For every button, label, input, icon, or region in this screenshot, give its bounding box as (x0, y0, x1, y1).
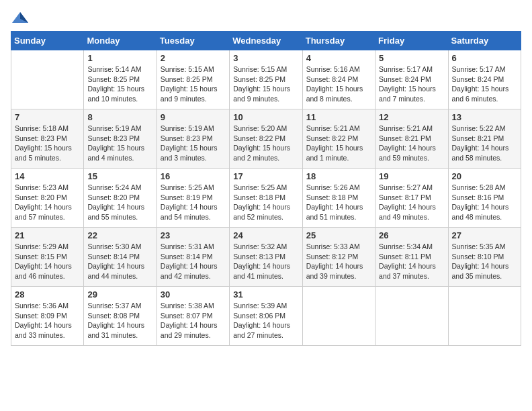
calendar-cell: 26Sunrise: 5:34 AM Sunset: 8:11 PM Dayli… (375, 228, 448, 287)
day-info: Sunrise: 5:32 AM Sunset: 8:13 PM Dayligh… (233, 242, 298, 281)
calendar-cell: 19Sunrise: 5:27 AM Sunset: 8:17 PM Dayli… (375, 169, 448, 228)
day-info: Sunrise: 5:24 AM Sunset: 8:20 PM Dayligh… (87, 183, 152, 222)
calendar-cell: 20Sunrise: 5:28 AM Sunset: 8:16 PM Dayli… (448, 169, 521, 228)
day-info: Sunrise: 5:29 AM Sunset: 8:15 PM Dayligh… (15, 242, 80, 281)
day-number: 27 (452, 230, 517, 240)
calendar-cell: 27Sunrise: 5:35 AM Sunset: 8:10 PM Dayli… (448, 228, 521, 287)
day-number: 13 (452, 112, 517, 122)
day-number: 10 (233, 112, 298, 122)
page-header (11, 11, 521, 26)
header-day-saturday: Saturday (448, 32, 521, 50)
day-info: Sunrise: 5:28 AM Sunset: 8:16 PM Dayligh… (452, 183, 517, 222)
day-number: 17 (233, 171, 298, 181)
day-number: 5 (379, 53, 444, 63)
day-number: 8 (87, 112, 152, 122)
day-info: Sunrise: 5:31 AM Sunset: 8:14 PM Dayligh… (161, 242, 226, 281)
calendar-cell: 30Sunrise: 5:38 AM Sunset: 8:07 PM Dayli… (157, 287, 229, 346)
day-info: Sunrise: 5:35 AM Sunset: 8:10 PM Dayligh… (452, 242, 517, 281)
calendar-cell: 16Sunrise: 5:25 AM Sunset: 8:19 PM Dayli… (157, 169, 229, 228)
day-info: Sunrise: 5:25 AM Sunset: 8:19 PM Dayligh… (161, 183, 226, 222)
calendar-cell (302, 287, 375, 346)
day-number: 6 (452, 53, 517, 63)
header-day-monday: Monday (84, 32, 157, 50)
week-row-4: 21Sunrise: 5:29 AM Sunset: 8:15 PM Dayli… (11, 228, 521, 287)
day-info: Sunrise: 5:21 AM Sunset: 8:22 PM Dayligh… (306, 124, 371, 163)
week-row-2: 7Sunrise: 5:18 AM Sunset: 8:23 PM Daylig… (11, 109, 521, 169)
calendar-cell: 9Sunrise: 5:19 AM Sunset: 8:23 PM Daylig… (157, 109, 229, 169)
calendar-cell: 4Sunrise: 5:16 AM Sunset: 8:24 PM Daylig… (302, 50, 375, 109)
calendar-cell: 11Sunrise: 5:21 AM Sunset: 8:22 PM Dayli… (302, 109, 375, 169)
day-info: Sunrise: 5:33 AM Sunset: 8:12 PM Dayligh… (306, 242, 371, 281)
day-number: 28 (15, 289, 80, 300)
logo-icon (11, 11, 30, 26)
day-number: 23 (161, 230, 226, 240)
calendar-cell: 1Sunrise: 5:14 AM Sunset: 8:25 PM Daylig… (84, 50, 157, 109)
calendar-cell (448, 287, 521, 346)
week-row-3: 14Sunrise: 5:23 AM Sunset: 8:20 PM Dayli… (11, 169, 521, 228)
day-info: Sunrise: 5:34 AM Sunset: 8:11 PM Dayligh… (379, 242, 444, 281)
day-info: Sunrise: 5:19 AM Sunset: 8:23 PM Dayligh… (161, 124, 226, 163)
day-info: Sunrise: 5:14 AM Sunset: 8:25 PM Dayligh… (87, 64, 152, 104)
calendar-cell: 3Sunrise: 5:15 AM Sunset: 8:25 PM Daylig… (230, 50, 302, 109)
day-info: Sunrise: 5:38 AM Sunset: 8:07 PM Dayligh… (161, 301, 226, 340)
calendar-cell: 17Sunrise: 5:25 AM Sunset: 8:18 PM Dayli… (230, 169, 302, 228)
day-info: Sunrise: 5:18 AM Sunset: 8:23 PM Dayligh… (15, 124, 80, 163)
calendar-cell: 2Sunrise: 5:15 AM Sunset: 8:25 PM Daylig… (157, 50, 229, 109)
logo (11, 11, 32, 26)
calendar-cell: 5Sunrise: 5:17 AM Sunset: 8:24 PM Daylig… (375, 50, 448, 109)
day-number: 18 (306, 171, 371, 181)
week-row-1: 1Sunrise: 5:14 AM Sunset: 8:25 PM Daylig… (11, 50, 521, 109)
day-info: Sunrise: 5:30 AM Sunset: 8:14 PM Dayligh… (87, 242, 152, 281)
calendar-cell: 14Sunrise: 5:23 AM Sunset: 8:20 PM Dayli… (11, 169, 84, 228)
day-info: Sunrise: 5:22 AM Sunset: 8:21 PM Dayligh… (452, 124, 517, 163)
day-info: Sunrise: 5:37 AM Sunset: 8:08 PM Dayligh… (87, 301, 152, 340)
calendar-cell (11, 50, 84, 109)
day-info: Sunrise: 5:15 AM Sunset: 8:25 PM Dayligh… (233, 64, 298, 104)
day-info: Sunrise: 5:23 AM Sunset: 8:20 PM Dayligh… (15, 183, 80, 222)
day-info: Sunrise: 5:27 AM Sunset: 8:17 PM Dayligh… (379, 183, 444, 222)
day-number: 22 (87, 230, 152, 240)
header-day-wednesday: Wednesday (230, 32, 302, 50)
calendar-table: SundayMondayTuesdayWednesdayThursdayFrid… (11, 31, 521, 346)
day-info: Sunrise: 5:16 AM Sunset: 8:24 PM Dayligh… (306, 64, 371, 104)
calendar-cell: 10Sunrise: 5:20 AM Sunset: 8:22 PM Dayli… (230, 109, 302, 169)
day-number: 2 (161, 53, 226, 63)
day-info: Sunrise: 5:17 AM Sunset: 8:24 PM Dayligh… (452, 64, 517, 104)
calendar-cell: 18Sunrise: 5:26 AM Sunset: 8:18 PM Dayli… (302, 169, 375, 228)
calendar-cell: 28Sunrise: 5:36 AM Sunset: 8:09 PM Dayli… (11, 287, 84, 346)
day-info: Sunrise: 5:25 AM Sunset: 8:18 PM Dayligh… (233, 183, 298, 222)
day-number: 4 (306, 53, 371, 63)
day-info: Sunrise: 5:15 AM Sunset: 8:25 PM Dayligh… (161, 64, 226, 104)
day-number: 3 (233, 53, 298, 63)
day-number: 20 (452, 171, 517, 181)
day-number: 16 (161, 171, 226, 181)
day-info: Sunrise: 5:17 AM Sunset: 8:24 PM Dayligh… (379, 64, 444, 104)
day-number: 29 (87, 289, 152, 300)
day-info: Sunrise: 5:21 AM Sunset: 8:21 PM Dayligh… (379, 124, 444, 163)
day-number: 7 (15, 112, 80, 122)
calendar-cell: 6Sunrise: 5:17 AM Sunset: 8:24 PM Daylig… (448, 50, 521, 109)
header-day-thursday: Thursday (302, 32, 375, 50)
header-day-tuesday: Tuesday (157, 32, 229, 50)
calendar-cell (375, 287, 448, 346)
calendar-cell: 22Sunrise: 5:30 AM Sunset: 8:14 PM Dayli… (84, 228, 157, 287)
calendar-cell: 15Sunrise: 5:24 AM Sunset: 8:20 PM Dayli… (84, 169, 157, 228)
day-number: 19 (379, 171, 444, 181)
day-info: Sunrise: 5:36 AM Sunset: 8:09 PM Dayligh… (15, 301, 80, 340)
calendar-cell: 21Sunrise: 5:29 AM Sunset: 8:15 PM Dayli… (11, 228, 84, 287)
header-day-friday: Friday (375, 32, 448, 50)
calendar-cell: 23Sunrise: 5:31 AM Sunset: 8:14 PM Dayli… (157, 228, 229, 287)
calendar-header-row: SundayMondayTuesdayWednesdayThursdayFrid… (11, 32, 521, 50)
day-info: Sunrise: 5:26 AM Sunset: 8:18 PM Dayligh… (306, 183, 371, 222)
day-info: Sunrise: 5:19 AM Sunset: 8:23 PM Dayligh… (87, 124, 152, 163)
week-row-5: 28Sunrise: 5:36 AM Sunset: 8:09 PM Dayli… (11, 287, 521, 346)
day-info: Sunrise: 5:39 AM Sunset: 8:06 PM Dayligh… (233, 301, 298, 340)
day-number: 14 (15, 171, 80, 181)
calendar-cell: 24Sunrise: 5:32 AM Sunset: 8:13 PM Dayli… (230, 228, 302, 287)
calendar-cell: 8Sunrise: 5:19 AM Sunset: 8:23 PM Daylig… (84, 109, 157, 169)
day-number: 25 (306, 230, 371, 240)
header-day-sunday: Sunday (11, 32, 84, 50)
day-number: 15 (87, 171, 152, 181)
day-number: 30 (161, 289, 226, 300)
day-number: 11 (306, 112, 371, 122)
